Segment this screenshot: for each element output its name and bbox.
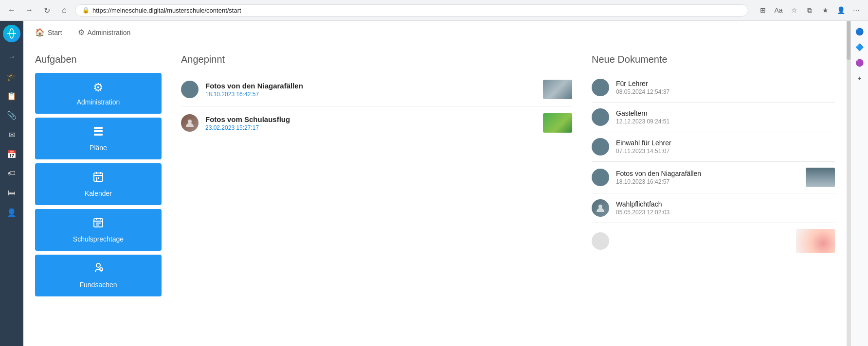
- sidebar-icon-bed[interactable]: 🛏: [3, 184, 20, 202]
- pinned-item-1: Fotos vom Schulausflug 23.02.2023 15:27:…: [181, 106, 572, 139]
- thumbnail-water: [806, 168, 835, 187]
- doc-item-4: Wahlpflichtfach 05.05.2023 12:02:03: [592, 193, 835, 223]
- sidebar-icon-arrow[interactable]: →: [3, 48, 20, 66]
- sidebar-icon-education[interactable]: 🎓: [3, 68, 20, 85]
- svg-point-22: [188, 120, 192, 123]
- admin-icon: ⚙: [78, 28, 85, 37]
- profile-button[interactable]: 👤: [834, 3, 848, 17]
- task-btn-plaene[interactable]: Pläne: [35, 118, 162, 159]
- fundsachen-btn-icon: ?: [92, 262, 104, 277]
- favorites-list-button[interactable]: ★: [818, 3, 832, 17]
- refresh-button[interactable]: ↻: [40, 3, 54, 17]
- thumbnail-green: [543, 113, 572, 133]
- doc-info-5: [616, 241, 789, 242]
- main-area: 🏠 Start ⚙ Administration Aufgaben ⚙ Admi…: [23, 21, 847, 346]
- home-button[interactable]: ⌂: [57, 3, 71, 17]
- svg-rect-18: [96, 225, 99, 225]
- svg-rect-10: [96, 177, 97, 179]
- edge-collections-button[interactable]: 🔵: [853, 25, 867, 38]
- thumbnail-blur: [796, 229, 835, 253]
- svg-point-23: [598, 205, 602, 208]
- sidebar-icon-mail[interactable]: ✉: [3, 126, 20, 143]
- admin-btn-label: Administration: [77, 98, 120, 106]
- back-button[interactable]: ←: [5, 3, 18, 17]
- svg-rect-6: [94, 173, 103, 181]
- admin-btn-icon: ⚙: [93, 81, 104, 94]
- doc-date-1: 12.12.2023 09:24:51: [616, 118, 835, 125]
- edge-add-button[interactable]: +: [853, 71, 867, 85]
- schulsprechtage-btn-icon: [92, 217, 104, 231]
- svg-rect-17: [96, 223, 101, 224]
- task-btn-fundsachen[interactable]: ? Fundsachen: [35, 255, 162, 296]
- reader-mode-button[interactable]: Aa: [772, 3, 785, 17]
- doc-info-2: Einwahl für Lehrer 07.11.2023 14:51:07: [616, 139, 835, 155]
- doc-list: Für Lehrer 08.05.2024 12:54:37 Gastelter…: [592, 73, 835, 259]
- task-btn-schulsprechtage[interactable]: Schulsprechtage: [35, 209, 162, 251]
- doc-thumbnail-5: [796, 229, 835, 253]
- kalender-btn-label: Kalender: [85, 190, 112, 197]
- scroll-thumb[interactable]: [847, 21, 850, 60]
- doc-avatar-1: [592, 108, 609, 126]
- pinned-item-0: Fotos von den Niagarafällen 18.10.2023 1…: [181, 73, 572, 106]
- angepinnt-title: Angepinnt: [181, 54, 572, 65]
- tab-grid-button[interactable]: ⊞: [756, 3, 770, 17]
- svg-rect-5: [94, 134, 103, 136]
- sidebar-icon-plans[interactable]: 📋: [3, 87, 20, 104]
- svg-rect-11: [98, 177, 99, 179]
- pinned-thumbnail-1: [543, 113, 572, 133]
- edge-teams-button[interactable]: 🟣: [853, 56, 867, 69]
- task-btn-kalender[interactable]: Kalender: [35, 163, 162, 205]
- favorites-button[interactable]: ☆: [787, 3, 801, 17]
- sidebar-icon-attachments[interactable]: 📎: [3, 106, 20, 124]
- address-bar[interactable]: 🔒 https://meineschule.digital/musterschu…: [75, 4, 748, 17]
- task-btn-administration[interactable]: ⚙ Administration: [35, 73, 162, 114]
- doc-item-0: Für Lehrer 08.05.2024 12:54:37: [592, 73, 835, 103]
- dokumente-title: Neue Dokumente: [592, 54, 835, 65]
- doc-item-2: Einwahl für Lehrer 07.11.2023 14:51:07: [592, 132, 835, 162]
- pinned-thumbnail-0: [543, 80, 572, 99]
- nav-home[interactable]: 🏠 Start: [31, 26, 66, 39]
- thumbnail-waterfall: [543, 80, 572, 99]
- sidebar-icon-calendar[interactable]: 📅: [3, 145, 20, 163]
- edge-sidebar: 🔵 🔷 🟣 +: [850, 21, 868, 346]
- doc-info-1: Gasteltern 12.12.2023 09:24:51: [616, 109, 835, 125]
- content-body: Aufgaben ⚙ Administration: [23, 44, 847, 346]
- doc-item-1: Gasteltern 12.12.2023 09:24:51: [592, 103, 835, 132]
- icon-sidebar: → 🎓 📋 📎 ✉ 📅 🏷 🛏 👤: [0, 21, 23, 346]
- plaene-btn-icon: [92, 125, 104, 140]
- task-buttons: ⚙ Administration Pläne: [35, 73, 162, 296]
- pinned-date-1: 23.02.2023 15:27:17: [205, 124, 536, 131]
- doc-item-5: [592, 223, 835, 259]
- pinned-avatar-0: [181, 81, 199, 98]
- doc-title-3: Fotos von den Niagarafällen: [616, 170, 799, 177]
- split-screen-button[interactable]: ⧉: [803, 3, 816, 17]
- doc-date-0: 08.05.2024 12:54:37: [616, 88, 835, 95]
- fundsachen-btn-label: Fundsachen: [79, 281, 117, 289]
- sidebar-icon-user[interactable]: 👤: [3, 204, 20, 221]
- plaene-btn-label: Pläne: [90, 144, 107, 152]
- schulsprechtage-btn-label: Schulsprechtage: [73, 235, 124, 243]
- forward-button[interactable]: →: [22, 3, 36, 17]
- doc-avatar-0: [592, 79, 609, 96]
- doc-title-1: Gasteltern: [616, 109, 835, 117]
- doc-info-4: Wahlpflichtfach 05.05.2023 12:02:03: [616, 200, 835, 216]
- doc-date-2: 07.11.2023 14:51:07: [616, 148, 835, 155]
- svg-point-19: [96, 263, 100, 267]
- scrollbar[interactable]: [847, 21, 850, 346]
- doc-avatar-4: [592, 199, 609, 217]
- doc-avatar-3: [592, 169, 609, 186]
- pinned-info-1: Fotos vom Schulausflug 23.02.2023 15:27:…: [205, 115, 536, 131]
- home-icon: 🏠: [35, 28, 45, 37]
- nav-admin[interactable]: ⚙ Administration: [74, 26, 135, 39]
- url-text: https://meineschule.digital/musterschule…: [92, 7, 241, 14]
- more-button[interactable]: ⋯: [850, 3, 863, 17]
- svg-rect-4: [94, 130, 103, 132]
- pinned-list: Fotos von den Niagarafällen 18.10.2023 1…: [181, 73, 572, 139]
- doc-title-0: Für Lehrer: [616, 80, 835, 87]
- nav-admin-label: Administration: [88, 29, 131, 36]
- doc-info-3: Fotos von den Niagarafällen 18.10.2023 1…: [616, 170, 799, 185]
- sidebar-icon-tag[interactable]: 🏷: [3, 165, 20, 182]
- doc-info-0: Für Lehrer 08.05.2024 12:54:37: [616, 80, 835, 95]
- edge-outlook-button[interactable]: 🔷: [853, 40, 867, 54]
- doc-title-4: Wahlpflichtfach: [616, 200, 835, 208]
